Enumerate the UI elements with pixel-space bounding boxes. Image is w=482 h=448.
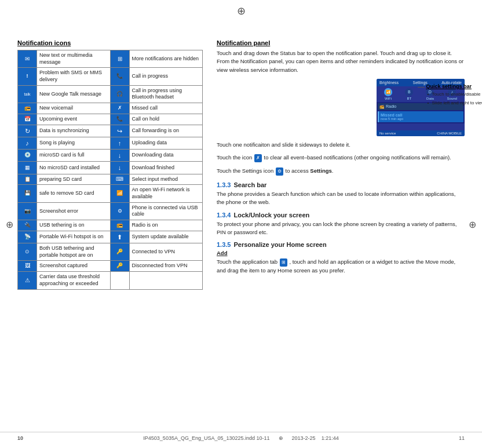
wifi-setting-icon: 📶 bbox=[384, 88, 392, 96]
label-call-hold: Call on hold bbox=[129, 114, 203, 125]
empty-cell-2 bbox=[129, 272, 203, 289]
table-row: 📅 Upcoming event 📞 Call on hold bbox=[18, 114, 203, 125]
table-row: 📋 preparing SD card ⌨ Select input metho… bbox=[18, 174, 203, 185]
callout-qs-area: Quick settings bar Touch to enable/disab… bbox=[418, 83, 482, 107]
label-wifi-hotspot: Portable Wi-Fi hotspot is on bbox=[37, 231, 111, 243]
page-number-left: 10 bbox=[17, 435, 23, 441]
callout-line-h bbox=[418, 87, 425, 88]
callout-text-area: Quick settings bar Touch to enable/disab… bbox=[426, 83, 482, 107]
section-135: 1.3.5 Personalize your Home screen Add T… bbox=[217, 241, 465, 275]
label-vpn-connected: Connected to VPN bbox=[129, 243, 203, 261]
bt-label: BT bbox=[407, 97, 411, 100]
table-row: ! Problem with SMS or MMS delivery 📞 Cal… bbox=[18, 68, 203, 85]
section-135-number: 1.3.5 bbox=[217, 241, 231, 248]
label-new-message: New text or multimedia message bbox=[37, 50, 111, 68]
label-vpn-disconnected: Disconnected from VPN bbox=[129, 261, 203, 272]
icon-safe-remove-sd: 💾 bbox=[18, 185, 37, 202]
page-number-right: 11 bbox=[459, 435, 465, 441]
table-row: 💾 safe to remove SD card 📶 An open Wi-Fi… bbox=[18, 185, 203, 202]
label-sms-problem: Problem with SMS or MMS delivery bbox=[37, 68, 111, 85]
label-upcoming-event: Upcoming event bbox=[37, 114, 111, 125]
icon-wifi-open: 📶 bbox=[110, 185, 129, 202]
icon-call-progress: 📞 bbox=[110, 68, 129, 85]
notification-icons-table: ✉ New text or multimedia message ⊞ More … bbox=[17, 50, 203, 290]
notification-panel-title: Notification panel bbox=[217, 39, 465, 46]
label-sd-full: microSD card is full bbox=[37, 150, 111, 162]
icon-no-sd: ▦ bbox=[18, 162, 37, 174]
phone-brightness-tab: Brightness bbox=[379, 81, 399, 85]
label-preparing-sd: preparing SD card bbox=[37, 174, 111, 185]
footer-time: 1:21:44 bbox=[322, 435, 339, 441]
table-row: talk New Google Talk message 🎧 Call in p… bbox=[18, 85, 203, 103]
table-row: ♪ Song is playing ↑ Uploading data bbox=[18, 137, 203, 149]
table-row: 📡 Portable Wi-Fi hotspot is on ⬆ System … bbox=[18, 231, 203, 243]
icon-system-update: ⬆ bbox=[110, 231, 129, 243]
icon-wifi-hotspot: 📡 bbox=[18, 231, 37, 243]
icon-download-done: ↓ bbox=[110, 162, 129, 174]
icon-voicemail: 📻 bbox=[18, 103, 37, 114]
label-carrier-data: Carrier data use threshold approaching o… bbox=[37, 272, 111, 289]
footer-date: 2013-2-25 bbox=[292, 435, 316, 441]
icon-screenshot-captured: 🖼 bbox=[18, 261, 37, 272]
icon-missed-call: ✗ bbox=[110, 103, 129, 114]
label-download: Downloading data bbox=[129, 150, 203, 162]
icon-usb-connected: ⚙ bbox=[110, 202, 129, 220]
wifi-label: WiFi bbox=[385, 97, 392, 100]
notification-panel-intro: Touch and drag down the Status bar to op… bbox=[217, 49, 465, 74]
icon-screenshot-error: 📷 bbox=[18, 202, 37, 220]
icon-call-hold: 📞 bbox=[110, 114, 129, 125]
qs-bullet-1: Touch to enable/disable functions or cha… bbox=[432, 91, 482, 98]
phone-no-service: No service bbox=[379, 132, 396, 135]
clear-notif-text: Touch the icon ✗ to clear all event–base… bbox=[217, 154, 465, 162]
section-134-title: Lock/Unlock your screen bbox=[233, 212, 309, 218]
bt-setting-icon: B bbox=[405, 88, 413, 96]
icon-both-tethering: ⊙ bbox=[18, 243, 37, 261]
icon-preparing-sd: 📋 bbox=[18, 174, 37, 185]
section-135-sub: Add bbox=[217, 250, 465, 256]
label-upload: Uploading data bbox=[129, 137, 203, 149]
table-row: 📷 Screenshot error ⚙ Phone is connected … bbox=[18, 202, 203, 220]
label-music: Song is playing bbox=[37, 137, 111, 149]
label-both-tethering: Both USB tethering and portable hotspot … bbox=[37, 243, 111, 261]
table-row: 💿 microSD card is full ↓ Downloading dat… bbox=[18, 150, 203, 162]
section-134: 1.3.4 Lock/Unlock your screen To protect… bbox=[217, 212, 465, 237]
icon-sms-problem: ! bbox=[18, 68, 37, 85]
icon-vpn-disconnected: 🔑 bbox=[110, 261, 129, 272]
icon-gtalk: talk bbox=[18, 85, 37, 103]
right-crosshair: ⊕ bbox=[469, 218, 476, 230]
phone-missed-notif: Missed call now·5 min ago bbox=[378, 111, 463, 122]
section-133-body: The phone provides a Search function whi… bbox=[217, 190, 465, 207]
icon-usb-tethering: 🔌 bbox=[18, 220, 37, 231]
icon-vpn-connected: 🔑 bbox=[110, 243, 129, 261]
table-row: 📻 New voicemail ✗ Missed call bbox=[18, 103, 203, 114]
file-info-text: IP4503_5035A_QG_Eng_USA_05_130225.indd 1… bbox=[143, 435, 269, 441]
setting-bt: B BT bbox=[405, 88, 413, 100]
icon-sync: ↻ bbox=[18, 125, 37, 137]
icon-upcoming-event: 📅 bbox=[18, 114, 37, 125]
label-call-forward: Call forwarding is on bbox=[129, 125, 203, 137]
label-sync: Data is synchronizing bbox=[37, 125, 111, 137]
phone-bottom-bar: No service CHINA MOBILE bbox=[377, 130, 465, 136]
icon-new-message: ✉ bbox=[18, 50, 37, 68]
footer-file-info: IP4503_5035A_QG_Eng_USA_05_130225.indd 1… bbox=[143, 435, 338, 441]
label-input-method: Select input method bbox=[129, 174, 203, 185]
label-missed-call: Missed call bbox=[129, 103, 203, 114]
section-133-title: Search bar bbox=[233, 181, 266, 188]
icon-more-notif: ⊞ bbox=[110, 50, 129, 68]
icon-download: ↓ bbox=[110, 150, 129, 162]
table-row: ✉ New text or multimedia message ⊞ More … bbox=[18, 50, 203, 68]
label-call-bt: Call in progress using Bluetooth headset bbox=[129, 85, 203, 103]
page-footer: 10 IP4503_5035A_QG_Eng_USA_05_130225.ind… bbox=[0, 432, 482, 441]
section-134-body: To protect your phone and privacy, you c… bbox=[217, 220, 465, 237]
table-row: 🔌 USB tethering is on 📻 Radio is on bbox=[18, 220, 203, 231]
empty-cell bbox=[110, 272, 129, 289]
label-no-sd: No microSD card installed bbox=[37, 162, 111, 174]
top-crosshair: ⊕ bbox=[0, 0, 482, 22]
quick-settings-bar-label: Quick settings bar bbox=[426, 83, 482, 89]
left-crosshair: ⊕ bbox=[6, 218, 13, 230]
label-usb-tethering: USB tethering is on bbox=[37, 220, 111, 231]
label-more-notif: More notifications are hidden bbox=[129, 50, 203, 68]
phone-carrier: CHINA MOBILE bbox=[437, 132, 462, 135]
label-screenshot-captured: Screenshot captured bbox=[37, 261, 111, 272]
section-134-number: 1.3.4 bbox=[217, 212, 231, 218]
